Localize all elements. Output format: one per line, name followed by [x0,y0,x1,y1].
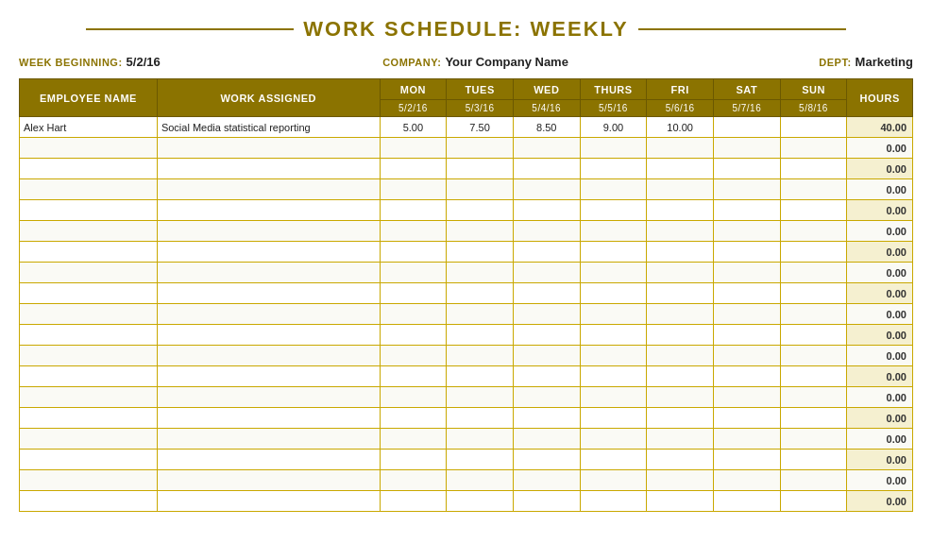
cell-work[interactable] [157,470,380,491]
cell-wed[interactable] [513,200,580,221]
cell-sat[interactable] [713,242,780,263]
cell-employee[interactable] [20,283,158,304]
cell-work[interactable] [157,429,380,450]
cell-sat[interactable] [713,429,780,450]
cell-work[interactable] [157,221,380,242]
cell-employee[interactable] [20,429,158,450]
cell-thu[interactable] [580,283,647,304]
cell-thu[interactable] [580,470,647,491]
cell-hours[interactable]: 0.00 [847,138,913,159]
cell-sun[interactable] [780,242,847,263]
cell-sun[interactable] [780,159,847,179]
cell-sat[interactable] [713,450,780,470]
cell-fri[interactable] [647,429,714,450]
cell-sat[interactable] [713,491,780,512]
cell-mon[interactable] [380,366,447,387]
cell-hours[interactable]: 0.00 [847,366,913,387]
cell-wed[interactable] [513,325,580,346]
cell-fri[interactable] [647,179,714,200]
cell-wed[interactable] [513,429,580,450]
cell-fri[interactable] [647,221,714,242]
cell-tue[interactable] [447,470,514,491]
cell-work[interactable] [157,387,380,408]
cell-fri[interactable] [647,491,714,512]
cell-tue[interactable] [447,200,514,221]
cell-sat[interactable] [713,346,780,366]
cell-hours[interactable]: 0.00 [847,179,913,200]
cell-thu[interactable] [580,346,647,366]
cell-sun[interactable] [780,450,847,470]
cell-tue[interactable] [447,263,514,283]
cell-work[interactable]: Social Media statistical reporting [157,117,380,138]
cell-wed[interactable] [513,179,580,200]
cell-employee[interactable] [20,387,158,408]
cell-fri[interactable] [647,408,714,429]
cell-hours[interactable]: 0.00 [847,429,913,450]
cell-thu[interactable] [580,325,647,346]
cell-sun[interactable] [780,117,847,138]
cell-hours[interactable]: 0.00 [847,450,913,470]
cell-sun[interactable] [780,221,847,242]
cell-thu[interactable] [580,387,647,408]
cell-work[interactable] [157,346,380,366]
cell-employee[interactable]: Alex Hart [20,117,158,138]
cell-wed[interactable] [513,159,580,179]
cell-hours[interactable]: 0.00 [847,491,913,512]
cell-thu[interactable] [580,138,647,159]
cell-employee[interactable] [20,179,158,200]
cell-sat[interactable] [713,325,780,346]
cell-work[interactable] [157,366,380,387]
cell-employee[interactable] [20,346,158,366]
cell-sat[interactable] [713,117,780,138]
cell-hours[interactable]: 0.00 [847,346,913,366]
cell-sat[interactable] [713,283,780,304]
cell-mon[interactable] [380,263,447,283]
cell-employee[interactable] [20,138,158,159]
cell-fri[interactable] [647,200,714,221]
cell-hours[interactable]: 0.00 [847,387,913,408]
cell-wed[interactable] [513,470,580,491]
cell-mon[interactable] [380,138,447,159]
cell-hours[interactable]: 0.00 [847,263,913,283]
cell-fri[interactable] [647,366,714,387]
cell-tue[interactable] [447,304,514,325]
cell-sat[interactable] [713,221,780,242]
cell-fri[interactable] [647,283,714,304]
cell-wed[interactable] [513,366,580,387]
cell-fri[interactable] [647,159,714,179]
cell-wed[interactable] [513,138,580,159]
cell-hours[interactable]: 0.00 [847,408,913,429]
cell-hours[interactable]: 0.00 [847,304,913,325]
cell-work[interactable] [157,283,380,304]
cell-sun[interactable] [780,283,847,304]
cell-sun[interactable] [780,138,847,159]
cell-hours[interactable]: 0.00 [847,200,913,221]
cell-mon[interactable] [380,221,447,242]
cell-tue[interactable] [447,491,514,512]
cell-fri[interactable] [647,325,714,346]
cell-sat[interactable] [713,138,780,159]
cell-tue[interactable] [447,366,514,387]
cell-work[interactable] [157,408,380,429]
cell-employee[interactable] [20,470,158,491]
cell-tue[interactable] [447,179,514,200]
cell-thu[interactable] [580,450,647,470]
cell-mon[interactable] [380,470,447,491]
cell-employee[interactable] [20,200,158,221]
cell-thu[interactable] [580,366,647,387]
cell-wed[interactable] [513,346,580,366]
cell-fri[interactable] [647,263,714,283]
cell-thu[interactable] [580,304,647,325]
cell-mon[interactable] [380,304,447,325]
cell-hours[interactable]: 40.00 [847,117,913,138]
cell-work[interactable] [157,304,380,325]
cell-employee[interactable] [20,366,158,387]
cell-fri[interactable] [647,138,714,159]
cell-employee[interactable] [20,408,158,429]
cell-employee[interactable] [20,304,158,325]
cell-mon[interactable] [380,429,447,450]
cell-mon[interactable] [380,450,447,470]
cell-wed[interactable] [513,304,580,325]
cell-sun[interactable] [780,179,847,200]
cell-employee[interactable] [20,221,158,242]
